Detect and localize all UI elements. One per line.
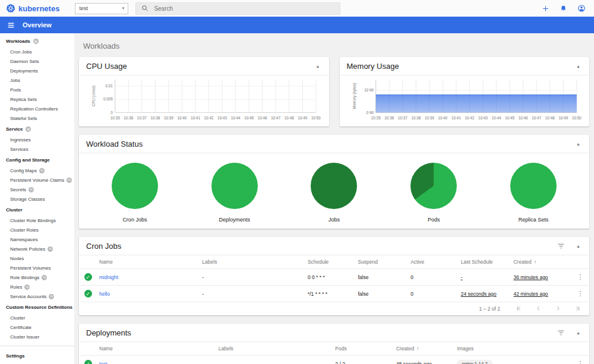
sidebar-item-namespaces[interactable]: Namespaces bbox=[0, 235, 74, 244]
sidebar-item-daemon-sets[interactable]: Daemon Sets bbox=[0, 56, 74, 66]
workload-status-title: Workload Status bbox=[86, 140, 574, 148]
sidebar-item-storage-classes[interactable]: Storage Classes bbox=[0, 194, 74, 204]
cron-job-name-link[interactable]: midnight bbox=[99, 274, 118, 280]
first-page-icon[interactable] bbox=[516, 305, 522, 312]
column-header-images[interactable]: Images bbox=[454, 342, 571, 356]
new-count-badge: N bbox=[48, 246, 53, 252]
column-header-suspend[interactable]: Suspend bbox=[355, 255, 408, 269]
row-menu-cell: ⋮ bbox=[571, 286, 589, 302]
sidebar: WorkloadsNCron JobsDaemon SetsDeployment… bbox=[0, 33, 74, 364]
row-menu-cell: ⋮ bbox=[571, 356, 589, 364]
sidebar-item-persistent-volumes[interactable]: Persistent Volumes bbox=[0, 263, 74, 273]
deployment-name-link[interactable]: test bbox=[99, 361, 108, 364]
sidebar-item-network-policies[interactable]: Network PoliciesN bbox=[0, 244, 74, 254]
deployment-row: ✓test-2 / 248 seconds agonginx:1.14.2⋮ bbox=[79, 356, 589, 364]
namespace-selector[interactable]: test ▾ bbox=[75, 3, 128, 14]
kubernetes-logo[interactable]: kubernetes bbox=[6, 4, 59, 13]
sidebar-item-services[interactable]: Services bbox=[0, 144, 74, 154]
collapse-caret-icon[interactable]: ▲ bbox=[574, 63, 582, 69]
cron-job-name-cell: hello bbox=[97, 286, 200, 302]
svg-text:10:42: 10:42 bbox=[465, 116, 474, 120]
sidebar-item-pods[interactable]: Pods bbox=[0, 85, 74, 94]
filter-list-icon[interactable] bbox=[557, 242, 565, 250]
sidebar-item-cluster-role-bindings[interactable]: Cluster Role Bindings bbox=[0, 216, 74, 225]
deployment-created-cell: 48 seconds ago bbox=[394, 356, 455, 364]
sidebar-item-jobs[interactable]: Jobs bbox=[0, 75, 74, 85]
chevron-right-icon[interactable] bbox=[555, 305, 561, 312]
sidebar-item-cluster-issuer[interactable]: Cluster Issuer bbox=[0, 332, 74, 341]
new-count-badge: N bbox=[39, 168, 45, 173]
sidebar-item-label: Cluster Role Bindings bbox=[10, 218, 56, 223]
last-page-icon[interactable] bbox=[574, 305, 581, 312]
sidebar-section-config-and-storage[interactable]: Config and Storage bbox=[0, 154, 74, 166]
column-header-pods[interactable]: Pods bbox=[333, 342, 394, 356]
column-header-created[interactable]: Created↑ bbox=[511, 255, 571, 269]
sidebar-section-cluster[interactable]: Cluster bbox=[0, 204, 74, 216]
kebab-menu-icon[interactable]: ⋮ bbox=[574, 360, 587, 364]
sidebar-section-service[interactable]: ServiceN bbox=[0, 123, 74, 135]
sidebar-item-deployments[interactable]: Deployments bbox=[0, 66, 74, 75]
deployments-table: NameLabelsPodsCreated↑Images ✓test-2 / 2… bbox=[79, 342, 589, 364]
pie-chart-cron-jobs bbox=[112, 163, 158, 209]
column-header-labels[interactable]: Labels bbox=[200, 255, 305, 269]
sidebar-section-workloads[interactable]: WorkloadsN bbox=[0, 35, 74, 47]
chevron-left-icon[interactable] bbox=[535, 305, 542, 312]
menu-icon[interactable] bbox=[7, 21, 15, 29]
sidebar-item-settings[interactable]: Settings bbox=[0, 350, 74, 362]
sidebar-item-label: Settings bbox=[6, 353, 25, 359]
account-icon[interactable] bbox=[577, 4, 586, 12]
cron-job-active-cell: 0 bbox=[408, 269, 459, 286]
svg-text:10:37: 10:37 bbox=[397, 116, 407, 120]
column-header-last-schedule[interactable]: Last Schedule bbox=[459, 255, 511, 269]
cron-job-schedule-cell: */1 * * * * bbox=[305, 286, 356, 302]
status-success-icon: ✓ bbox=[84, 360, 92, 364]
sidebar-item-service-accounts[interactable]: Service AccountsN bbox=[0, 292, 74, 301]
sidebar-item-label: Persistent Volumes bbox=[10, 265, 50, 271]
status-cell: ✓ bbox=[79, 286, 97, 302]
cron-job-name-link[interactable]: hello bbox=[99, 291, 110, 297]
kebab-menu-icon[interactable]: ⋮ bbox=[574, 290, 587, 297]
column-header-created[interactable]: Created↑ bbox=[394, 342, 455, 356]
collapse-caret-icon[interactable]: ▲ bbox=[314, 63, 322, 69]
sidebar-item-config-maps[interactable]: Config MapsN bbox=[0, 166, 74, 175]
sidebar-item-secrets[interactable]: SecretsN bbox=[0, 185, 74, 194]
cpu-usage-chart: 10:3510:3610:3710:3810:3910:4010:4110:42… bbox=[79, 75, 329, 126]
pie-label: Jobs bbox=[328, 217, 340, 223]
new-count-badge: N bbox=[26, 126, 31, 132]
bell-icon[interactable] bbox=[560, 5, 567, 12]
column-header-name[interactable]: Name bbox=[97, 342, 216, 356]
sidebar-item-cron-jobs[interactable]: Cron Jobs bbox=[0, 47, 74, 56]
sidebar-item-roles[interactable]: RolesN bbox=[0, 282, 74, 292]
sidebar-item-replica-sets[interactable]: Replica Sets bbox=[0, 94, 74, 104]
sidebar-item-about[interactable]: About bbox=[0, 362, 74, 364]
plus-icon[interactable] bbox=[542, 5, 549, 12]
sidebar-item-cluster-roles[interactable]: Cluster Roles bbox=[0, 225, 74, 235]
search-bar[interactable] bbox=[135, 2, 340, 15]
sidebar-item-cluster[interactable]: Cluster bbox=[0, 313, 74, 322]
filter-list-icon[interactable] bbox=[557, 329, 565, 337]
column-header-labels[interactable]: Labels bbox=[216, 342, 333, 356]
sidebar-item-certificate[interactable]: Certificate bbox=[0, 322, 74, 332]
sidebar-item-nodes[interactable]: Nodes bbox=[0, 254, 74, 263]
kebab-menu-icon[interactable]: ⋮ bbox=[574, 273, 587, 281]
collapse-caret-icon[interactable]: ▲ bbox=[574, 330, 582, 336]
collapse-caret-icon[interactable]: ▲ bbox=[574, 243, 582, 249]
search-input[interactable] bbox=[154, 5, 334, 12]
collapse-caret-icon[interactable]: ▲ bbox=[574, 141, 582, 147]
sidebar-item-persistent-volume-claims[interactable]: Persistent Volume ClaimsN bbox=[0, 175, 74, 185]
sidebar-item-ingresses[interactable]: Ingresses bbox=[0, 135, 74, 144]
sidebar-item-replication-controllers[interactable]: Replication Controllers bbox=[0, 104, 74, 113]
search-icon bbox=[141, 5, 148, 12]
sidebar-section-label: Custom Resource Definitions bbox=[6, 305, 72, 310]
column-header-name[interactable]: Name bbox=[97, 255, 200, 269]
charts-row: CPU Usage ▲ 10:3510:3610:3710:3810:3910:… bbox=[79, 57, 589, 135]
sort-ascending-icon: ↑ bbox=[416, 346, 419, 352]
sidebar-section-custom-resource-definitions[interactable]: Custom Resource Definitions bbox=[0, 301, 74, 313]
column-header-active[interactable]: Active bbox=[408, 255, 459, 269]
svg-text:0 Mi: 0 Mi bbox=[366, 110, 373, 115]
workload-status-pods: Pods bbox=[410, 163, 457, 223]
sidebar-item-role-bindings[interactable]: Role BindingsN bbox=[0, 273, 74, 282]
new-count-badge: N bbox=[29, 187, 34, 192]
sidebar-item-stateful-sets[interactable]: Stateful Sets bbox=[0, 113, 74, 123]
column-header-schedule[interactable]: Schedule bbox=[305, 255, 356, 269]
